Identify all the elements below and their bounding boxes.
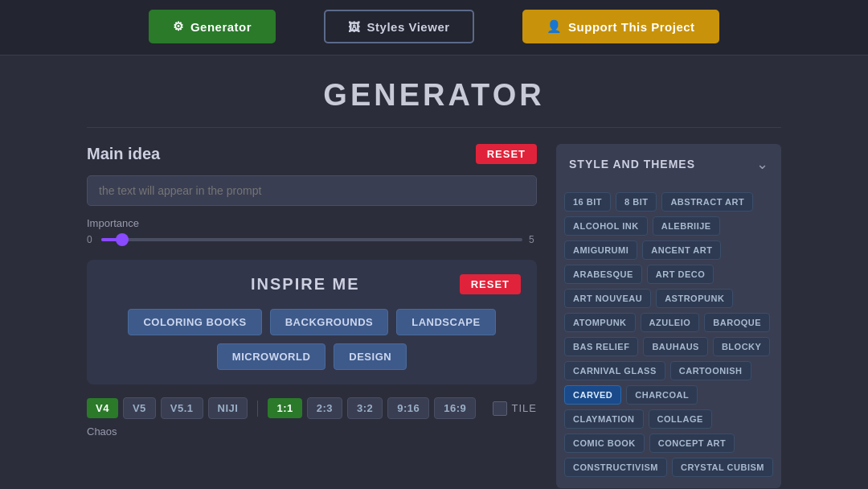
page-title-section: GENERATOR	[87, 55, 781, 128]
main-idea-input[interactable]	[87, 175, 537, 206]
ratio-2-3-button[interactable]: 2:3	[307, 397, 342, 419]
style-tag-8bit[interactable]: 8 BIT	[616, 192, 657, 212]
main-content: Main idea RESET Importance 0 5 INSPIRE M…	[0, 128, 868, 489]
style-tag-alebriije[interactable]: ALEBRIIJE	[653, 216, 720, 236]
style-tag-arabesque[interactable]: ARABESQUE	[564, 265, 642, 284]
palette-icon: 🖼	[348, 20, 361, 34]
version-niji-button[interactable]: NIJI	[208, 397, 248, 419]
main-idea-label: Main idea	[87, 145, 160, 163]
style-tag-abstract-art[interactable]: ABSTRACT ART	[661, 192, 753, 212]
style-tag-carved[interactable]: CARVED	[564, 385, 621, 405]
style-tag-comic-book[interactable]: COMIC BOOK	[564, 434, 645, 453]
style-tag-carnival-glass[interactable]: CARNIVAL GLASS	[564, 361, 665, 380]
tile-row: TILE	[493, 401, 537, 416]
style-tag-claymation[interactable]: CLAYMATION	[564, 409, 644, 429]
style-tag-art-deco[interactable]: ART DECO	[647, 265, 714, 284]
style-tag-amigurumi[interactable]: AMIGURUMI	[564, 240, 637, 260]
left-panel: Main idea RESET Importance 0 5 INSPIRE M…	[87, 144, 537, 489]
slider-min: 0	[87, 234, 95, 245]
version-v5-button[interactable]: V5	[123, 397, 156, 419]
style-tag-collage[interactable]: COLLAGE	[649, 409, 712, 429]
ratio-1-1-button[interactable]: 1:1	[268, 398, 301, 418]
inspire-tag-coloring-books[interactable]: COLORING BOOKS	[128, 309, 261, 335]
importance-slider-row: 0 5	[87, 234, 537, 245]
style-tag-baroque[interactable]: BAROQUE	[704, 313, 770, 332]
style-tag-azuleio[interactable]: AZULEIO	[641, 313, 700, 332]
ratio-9-16-button[interactable]: 9:16	[387, 397, 429, 419]
inspire-title: INSPIRE ME	[151, 275, 460, 294]
right-panel: STYLE AND THEMES ⌄ 16 BIT 8 BIT ABSTRACT…	[556, 144, 781, 489]
inspire-tags: COLORING BOOKS BACKGROUNDS LANDSCAPE MIC…	[103, 309, 521, 370]
style-tag-blocky[interactable]: BLOCKY	[713, 337, 770, 356]
style-tag-bauhaus[interactable]: BAUHAUS	[643, 337, 708, 356]
inspire-tag-design[interactable]: DESIGN	[334, 343, 407, 370]
main-idea-reset-button[interactable]: RESET	[476, 144, 537, 164]
styles-viewer-button[interactable]: 🖼 Styles Viewer	[324, 10, 473, 43]
options-row: V4 V5 V5.1 NIJI 1:1 2:3 3:2 9:16 16:9 TI…	[87, 397, 537, 419]
version-v51-button[interactable]: V5.1	[161, 397, 203, 419]
generator-button[interactable]: ⚙ Generator	[149, 10, 276, 43]
importance-label: Importance	[87, 217, 537, 229]
importance-slider[interactable]	[101, 238, 522, 241]
ratio-3-2-button[interactable]: 3:2	[347, 397, 383, 419]
divider	[257, 401, 258, 417]
slider-max: 5	[529, 234, 537, 245]
inspire-tag-landscape[interactable]: LANDSCAPE	[396, 309, 495, 335]
inspire-reset-button[interactable]: RESET	[460, 274, 521, 294]
style-themes-title: STYLE AND THEMES	[569, 158, 695, 171]
ratio-16-9-button[interactable]: 16:9	[434, 397, 476, 419]
style-tags-grid: 16 BIT 8 BIT ABSTRACT ART ALCOHOL INK AL…	[556, 184, 781, 488]
inspire-box: INSPIRE ME RESET COLORING BOOKS BACKGROU…	[87, 260, 537, 384]
tile-checkbox[interactable]	[493, 401, 507, 416]
main-idea-header: Main idea RESET	[87, 144, 537, 164]
style-tag-alcohol-ink[interactable]: ALCOHOL INK	[564, 216, 648, 236]
tile-label: TILE	[512, 402, 537, 414]
version-v4-button[interactable]: V4	[87, 398, 118, 418]
inspire-tag-microworld[interactable]: MICROWORLD	[217, 343, 326, 370]
chevron-down-icon: ⌄	[756, 155, 768, 173]
inspire-header: INSPIRE ME RESET	[103, 274, 521, 294]
style-tag-atompunk[interactable]: ATOMPUNK	[564, 313, 636, 332]
style-tag-bas-relief[interactable]: BAS RELIEF	[564, 337, 638, 356]
style-themes-section: STYLE AND THEMES ⌄ 16 BIT 8 BIT ABSTRACT…	[556, 144, 781, 488]
style-tag-cartoonish[interactable]: CARTOONISH	[670, 361, 751, 380]
slider-thumb	[116, 233, 129, 246]
style-tag-charcoal[interactable]: CHARCOAL	[626, 385, 698, 405]
style-tag-astropunk[interactable]: ASTROPUNK	[656, 289, 733, 308]
style-tag-16bit[interactable]: 16 BIT	[564, 192, 611, 212]
style-tag-constructivism[interactable]: CONSTRUCTIVISM	[564, 458, 667, 477]
style-tag-ancent-art[interactable]: ANCENT ART	[642, 240, 721, 260]
style-themes-header[interactable]: STYLE AND THEMES ⌄	[556, 144, 781, 184]
inspire-tag-backgrounds[interactable]: BACKGROUNDS	[270, 309, 389, 335]
page-title: GENERATOR	[87, 78, 781, 113]
person-icon: 👤	[547, 19, 563, 34]
support-button[interactable]: 👤 Support This Project	[522, 10, 719, 43]
chaos-label: Chaos	[87, 425, 537, 438]
style-tag-crystal-cubism[interactable]: CRYSTAL CUBISM	[672, 458, 773, 477]
gear-icon: ⚙	[173, 19, 184, 34]
style-tag-concept-art[interactable]: CONCEPT ART	[649, 434, 735, 453]
top-nav-bar: ⚙ Generator 🖼 Styles Viewer 👤 Support Th…	[0, 0, 868, 55]
style-tag-art-nouveau[interactable]: ART NOUVEAU	[564, 289, 651, 308]
